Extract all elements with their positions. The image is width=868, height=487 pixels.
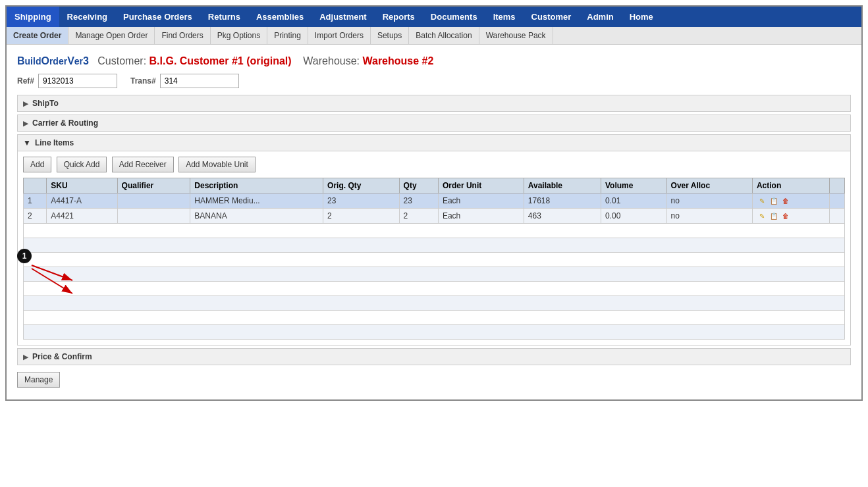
empty-cell (24, 267, 845, 282)
copy-icon[interactable]: 📋 (769, 211, 779, 221)
manage-row: Manage (17, 372, 851, 388)
subnav-warehouse-pack[interactable]: Warehouse Pack (479, 27, 553, 44)
delete-icon[interactable]: 🗑 (780, 211, 791, 221)
edit-icon[interactable]: ✎ (757, 195, 767, 206)
subnav-printing[interactable]: Printing (267, 27, 308, 44)
empty-cell (24, 282, 845, 296)
row-extra (829, 193, 844, 209)
row-order-unit: Each (438, 209, 524, 224)
nav-adjustment[interactable]: Adjustment (312, 7, 375, 27)
shipto-header[interactable]: ▶ ShipTo (18, 95, 850, 111)
table-row-empty (24, 282, 845, 296)
row-available: 17618 (524, 193, 601, 209)
row-orig-qty: 23 (323, 193, 400, 209)
add-receiver-button[interactable]: Add Receiver (112, 157, 174, 172)
nav-purchase-orders[interactable]: Purchase Orders (115, 7, 200, 27)
line-items-header[interactable]: ▼ Line Items (18, 135, 850, 151)
row-extra (829, 209, 844, 224)
col-orig-qty: Orig. Qty (323, 178, 400, 193)
trans-field: Trans# (130, 74, 239, 88)
delete-icon[interactable]: 🗑 (780, 195, 791, 206)
line-items-toggle-icon: ▼ (23, 138, 31, 147)
empty-cell (24, 311, 845, 325)
row-description: HAMMER Mediu... (190, 193, 323, 209)
row-sku: A4421 (47, 209, 117, 224)
line-items-table: SKU Qualifier Description Orig. Qty Qty … (23, 178, 845, 340)
empty-cell (24, 224, 845, 238)
nav-home[interactable]: Home (622, 7, 661, 27)
row-action: ✎📋🗑 (752, 209, 829, 224)
table-row-empty (24, 253, 845, 267)
empty-cell (24, 296, 845, 311)
trans-input[interactable] (160, 74, 239, 88)
page-content: 1 BuildOrderVer3 Customer: B.I.G. Custom… (7, 45, 861, 399)
nav-documents[interactable]: Documents (423, 7, 485, 27)
shipto-label: ShipTo (32, 99, 59, 108)
table-row-empty (24, 267, 845, 282)
col-order-unit: Order Unit (438, 178, 524, 193)
table-header-row: SKU Qualifier Description Orig. Qty Qty … (24, 178, 845, 193)
subnav-import-orders[interactable]: Import Orders (308, 27, 371, 44)
top-navigation: Shipping Receiving Purchase Orders Retur… (7, 7, 861, 27)
title-brand: BuildOrderVer3 (17, 55, 89, 66)
line-items-label: Line Items (35, 138, 74, 147)
copy-icon[interactable]: 📋 (769, 195, 779, 206)
row-qty: 2 (399, 209, 438, 224)
empty-cell (24, 238, 845, 253)
price-confirm-header[interactable]: ▶ Price & Confirm (18, 349, 850, 365)
subnav-manage-open-order[interactable]: Manage Open Order (68, 27, 155, 44)
line-items-section: ▼ Line Items Add Quick Add Add Receiver … (17, 134, 851, 346)
row-qualifier (117, 193, 190, 209)
row-volume: 0.01 (601, 193, 666, 209)
quick-add-button[interactable]: Quick Add (57, 157, 107, 172)
ref-input[interactable] (38, 74, 117, 88)
nav-assemblies[interactable]: Assemblies (248, 7, 312, 27)
add-button[interactable]: Add (23, 157, 51, 172)
subnav-pkg-options[interactable]: Pkg Options (211, 27, 267, 44)
subnav-find-orders[interactable]: Find Orders (155, 27, 210, 44)
nav-receiving[interactable]: Receiving (59, 7, 115, 27)
edit-icon[interactable]: ✎ (757, 211, 767, 221)
line-items-tbody: 1 A4417-A HAMMER Mediu... 23 23 Each 176… (24, 193, 845, 340)
subnav-batch-allocation[interactable]: Batch Allocation (409, 27, 479, 44)
row-qualifier (117, 209, 190, 224)
table-row: 1 A4417-A HAMMER Mediu... 23 23 Each 176… (24, 193, 845, 209)
row-over-alloc: no (666, 209, 752, 224)
manage-button[interactable]: Manage (17, 372, 60, 388)
line-items-buttons: Add Quick Add Add Receiver Add Movable U… (23, 157, 845, 172)
carrier-header[interactable]: ▶ Carrier & Routing (18, 115, 850, 131)
row-available: 463 (524, 209, 601, 224)
col-qualifier: Qualifier (117, 178, 190, 193)
col-over-alloc: Over Alloc (666, 178, 752, 193)
price-confirm-toggle-icon: ▶ (23, 353, 28, 361)
subnav-setups[interactable]: Setups (371, 27, 409, 44)
nav-customer[interactable]: Customer (524, 7, 580, 27)
row-num: 2 (24, 209, 47, 224)
row-description: BANANA (190, 209, 323, 224)
nav-returns[interactable]: Returns (200, 7, 248, 27)
col-description: Description (190, 178, 323, 193)
nav-admin[interactable]: Admin (579, 7, 621, 27)
carrier-label: Carrier & Routing (32, 118, 98, 128)
carrier-section: ▶ Carrier & Routing (17, 115, 851, 132)
col-available: Available (524, 178, 601, 193)
col-volume: Volume (601, 178, 666, 193)
add-movable-unit-button[interactable]: Add Movable Unit (178, 157, 256, 172)
customer-label: Customer: (97, 55, 146, 66)
subnav-create-order[interactable]: Create Order (7, 27, 68, 44)
warehouse-name: Warehouse #2 (362, 55, 433, 66)
table-row-empty (24, 296, 845, 311)
nav-shipping[interactable]: Shipping (7, 7, 59, 27)
nav-reports[interactable]: Reports (375, 7, 423, 27)
table-row-empty (24, 311, 845, 325)
price-confirm-section: ▶ Price & Confirm (17, 348, 851, 365)
col-num (24, 178, 47, 193)
row-volume: 0.00 (601, 209, 666, 224)
empty-cell (24, 253, 845, 267)
nav-items[interactable]: Items (485, 7, 524, 27)
row-orig-qty: 2 (323, 209, 400, 224)
table-row-empty (24, 325, 845, 340)
row-action: ✎📋🗑 (752, 193, 829, 209)
ref-field: Ref# (17, 74, 117, 88)
empty-cell (24, 325, 845, 340)
